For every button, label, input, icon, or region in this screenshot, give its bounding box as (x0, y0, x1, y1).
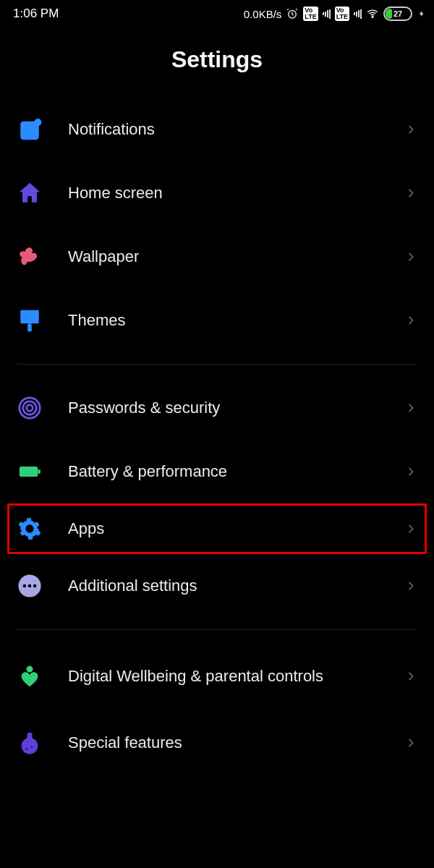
chevron-right-icon (405, 576, 417, 595)
gear-icon (17, 516, 68, 541)
section-divider (17, 364, 417, 365)
chevron-right-icon (405, 184, 417, 203)
status-bar: 1:06 PM 0.0KB/s VoLTE VoLTE 27 (0, 0, 434, 27)
settings-row-label: Additional settings (68, 576, 405, 596)
battery-percent: 27 (385, 9, 411, 18)
settings-row-themes[interactable]: Themes (0, 289, 434, 352)
settings-row-label: Battery & performance (68, 461, 405, 482)
settings-row-home-screen[interactable]: Home screen (0, 161, 434, 225)
settings-row-label: Themes (68, 310, 405, 331)
settings-row-label: Special features (68, 733, 405, 753)
settings-row-label: Passwords & security (68, 398, 405, 418)
settings-row-notifications[interactable]: Notifications (0, 98, 434, 161)
settings-row-label: Apps (68, 519, 405, 539)
signal-bars-icon-2 (354, 9, 362, 19)
charging-icon (418, 7, 425, 20)
section-divider (17, 629, 417, 630)
chevron-right-icon (405, 247, 417, 266)
svg-point-1 (372, 17, 373, 18)
notifications-icon (17, 117, 68, 142)
settings-row-digital-wellbeing[interactable]: Digital Wellbeing & parental controls (0, 642, 434, 711)
settings-row-label: Digital Wellbeing & parental controls (68, 666, 405, 686)
settings-list: NotificationsHome screenWallpaperThemesP… (0, 98, 434, 868)
settings-row-wallpaper[interactable]: Wallpaper (0, 225, 434, 289)
chevron-right-icon (405, 462, 417, 481)
flower-icon (17, 244, 68, 269)
volte-badge-1: VoLTE (303, 7, 318, 21)
settings-row-special-features[interactable]: Special features (0, 711, 434, 775)
status-time: 1:06 PM (13, 7, 59, 21)
page-header: Settings (0, 27, 434, 98)
settings-row-additional-settings[interactable]: Additional settings (0, 554, 434, 618)
chevron-right-icon (405, 733, 417, 752)
settings-row-label: Notifications (68, 119, 405, 140)
chevron-right-icon (405, 120, 417, 139)
brush-icon (17, 308, 68, 333)
heart-icon (17, 664, 68, 689)
battery-indicator: 27 (383, 7, 412, 21)
home-icon (17, 181, 68, 205)
chevron-right-icon (405, 667, 417, 686)
dots-icon (17, 574, 68, 598)
battery-icon (17, 459, 68, 484)
net-speed: 0.0KB/s (244, 8, 282, 20)
signal-bars-icon-1 (323, 9, 331, 19)
settings-row-battery-performance[interactable]: Battery & performance (0, 440, 434, 503)
alarm-icon (286, 7, 299, 20)
chevron-right-icon (405, 311, 417, 330)
chevron-right-icon (405, 399, 417, 417)
settings-row-passwords-security[interactable]: Passwords & security (0, 376, 434, 440)
page-title: Settings (0, 46, 434, 73)
volte-badge-2: VoLTE (335, 7, 349, 21)
fingerprint-icon (17, 396, 68, 420)
settings-row-apps[interactable]: Apps (7, 503, 427, 554)
flask-icon (17, 731, 68, 755)
status-right: 0.0KB/s VoLTE VoLTE 27 (244, 7, 425, 21)
chevron-right-icon (405, 519, 417, 538)
wifi-icon (366, 7, 379, 20)
settings-row-label: Wallpaper (68, 247, 405, 267)
settings-row-label: Home screen (68, 183, 405, 203)
